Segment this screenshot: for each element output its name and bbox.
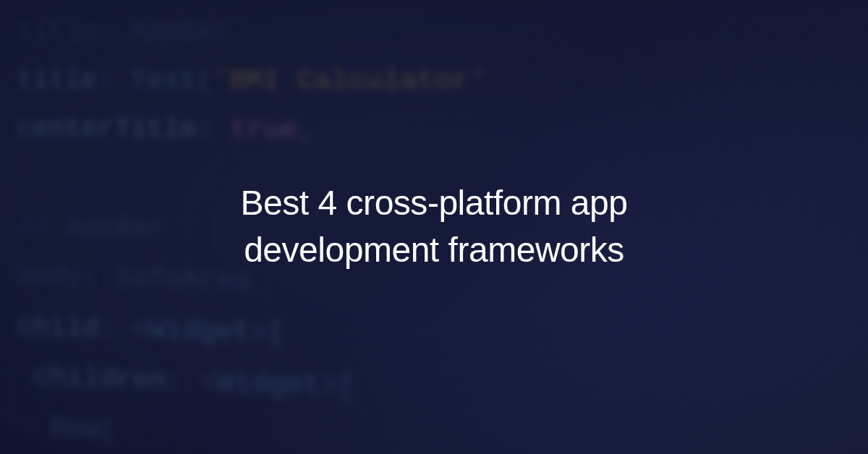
headline-line2: development frameworks: [244, 231, 624, 269]
headline-text: Best 4 cross-platform app development fr…: [241, 180, 628, 274]
headline-line1: Best 4 cross-platform app: [241, 184, 628, 222]
headline-container: Best 4 cross-platform app development fr…: [0, 0, 868, 454]
